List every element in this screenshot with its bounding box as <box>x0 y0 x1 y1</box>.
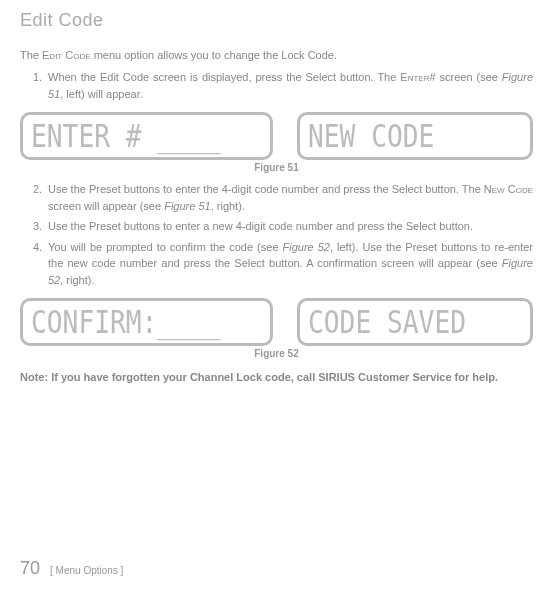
step-fig: Figure 51 <box>164 200 210 212</box>
step-fig1: Figure 52 <box>283 241 330 253</box>
figure-51-row: ENTER # ____ NEW CODE <box>20 112 533 160</box>
note-text: Note: If you have forgotten your Channel… <box>20 371 533 383</box>
step-text-a: When the Edit Code screen is displayed, … <box>48 71 400 83</box>
step-sc: New Code <box>484 183 533 195</box>
page-title: Edit Code <box>20 10 533 31</box>
lcd-confirm: CONFIRM:____ <box>20 298 273 346</box>
page-number: 70 <box>20 558 40 579</box>
step-text-c: right). <box>63 274 94 286</box>
figure-51-caption: Figure 51 <box>20 162 533 173</box>
step-sc: Enter <box>400 71 429 83</box>
step-num: 1. <box>33 69 42 86</box>
intro-post: menu option allows you to change the Loc… <box>91 49 337 61</box>
lcd-confirm-text: CONFIRM:____ <box>31 306 221 338</box>
figure-52-row: CONFIRM:____ CODE SAVED <box>20 298 533 346</box>
step-text-c: , right). <box>211 200 245 212</box>
footer-section: [ Menu Options ] <box>50 565 123 576</box>
step-num: 3. <box>33 218 42 235</box>
lcd-saved: CODE SAVED <box>297 298 533 346</box>
step-4: 4. You will be prompted to confirm the c… <box>48 239 533 289</box>
lcd-newcode-text: NEW CODE <box>308 120 434 152</box>
step-text-b: # screen (see <box>429 71 501 83</box>
intro-sc: Edit Code <box>42 49 91 61</box>
step-text-a: You will be prompted to confirm the code… <box>48 241 283 253</box>
steps-list-2: 2. Use the Preset buttons to enter the 4… <box>20 181 533 288</box>
step-1: 1. When the Edit Code screen is displaye… <box>48 69 533 102</box>
step-num: 2. <box>33 181 42 198</box>
intro-text: The Edit Code menu option allows you to … <box>20 49 533 61</box>
lcd-saved-text: CODE SAVED <box>308 306 466 338</box>
step-text-c: , left) will appear. <box>60 88 143 100</box>
step-text-b: screen will appear (see <box>48 200 164 212</box>
step-text-a: Use the Preset buttons to enter a new 4-… <box>48 220 473 232</box>
step-num: 4. <box>33 239 42 256</box>
steps-list: 1. When the Edit Code screen is displaye… <box>20 69 533 102</box>
step-text-a: Use the Preset buttons to enter the 4-di… <box>48 183 484 195</box>
step-2: 2. Use the Preset buttons to enter the 4… <box>48 181 533 214</box>
lcd-newcode: NEW CODE <box>297 112 533 160</box>
page-footer: 70 [ Menu Options ] <box>20 558 123 579</box>
figure-52-caption: Figure 52 <box>20 348 533 359</box>
lcd-enter-text: ENTER # ____ <box>31 120 221 152</box>
intro-pre: The <box>20 49 42 61</box>
lcd-enter: ENTER # ____ <box>20 112 273 160</box>
step-3: 3. Use the Preset buttons to enter a new… <box>48 218 533 235</box>
